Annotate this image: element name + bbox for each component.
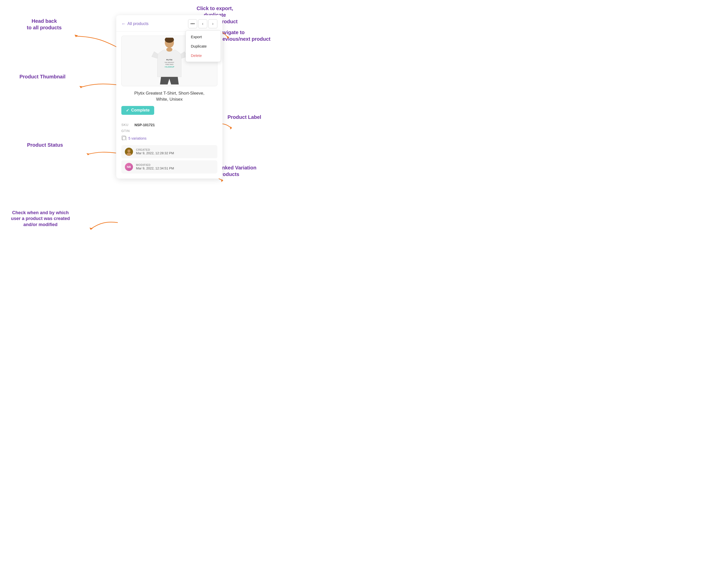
dots-icon: •••	[191, 21, 195, 26]
annotation-created-modified: Check when and by whichuser a product wa…	[8, 210, 73, 227]
chevron-right-icon: ›	[212, 21, 213, 26]
arrow-created-modified	[67, 210, 123, 235]
back-link-label: All products	[127, 21, 149, 26]
annotation-product-label: Product Label	[227, 114, 278, 120]
sku-row: SKU NSP-101721	[121, 123, 217, 127]
created-info: CREATED Mar 9, 2022, 12:28:32 PM	[136, 148, 174, 155]
sku-value: NSP-101721	[134, 123, 155, 127]
created-avatar	[125, 148, 133, 156]
back-link[interactable]: ← All products	[121, 21, 149, 27]
modified-date: Mar 9, 2022, 12:34:51 PM	[136, 166, 174, 170]
created-date: Mar 9, 2022, 12:28:32 PM	[136, 151, 174, 155]
header-actions: ••• Export Duplicate Delete ‹ ›	[188, 19, 217, 28]
back-arrow-icon: ←	[121, 21, 126, 27]
created-card: CREATED Mar 9, 2022, 12:28:32 PM	[121, 145, 217, 158]
tshirt-svg: PLYTIX THE GREATEST THING SINCE =VLOOKUP	[150, 38, 188, 84]
dropdown-menu: Export Duplicate Delete	[186, 30, 221, 62]
svg-text:=VLOOKUP: =VLOOKUP	[165, 66, 174, 68]
svg-text:THING SINCE: THING SINCE	[165, 64, 174, 65]
svg-marker-6	[221, 179, 223, 182]
created-label: CREATED	[136, 148, 174, 151]
status-badge[interactable]: ✓ Complete	[121, 106, 154, 115]
modified-info: MODIFIED Mar 9, 2022, 12:34:51 PM	[136, 163, 174, 170]
arrow-status	[65, 144, 121, 159]
status-label: Complete	[131, 108, 150, 112]
svg-text:THE GREATEST: THE GREATEST	[165, 62, 174, 63]
gtin-label: GTIN	[121, 129, 131, 133]
annotation-status: Product Status	[20, 142, 70, 148]
delete-option[interactable]: Delete	[186, 51, 221, 60]
more-options-button[interactable]: •••	[188, 19, 197, 28]
prev-product-button[interactable]: ‹	[198, 19, 207, 28]
panel-header: ← All products ••• Export Duplicate Dele…	[116, 15, 222, 32]
sku-label: SKU	[121, 123, 131, 127]
arrow-head-back	[51, 21, 121, 52]
chevron-left-icon: ‹	[202, 21, 203, 26]
variations-icon	[121, 135, 126, 142]
modified-card: NB MODIFIED Mar 9, 2022, 12:34:51 PM	[121, 160, 217, 173]
svg-point-10	[166, 48, 172, 52]
export-option[interactable]: Export	[186, 32, 221, 41]
variations-text: 5 variations	[128, 136, 147, 140]
svg-marker-4	[230, 126, 232, 129]
variations-row[interactable]: 5 variations	[121, 135, 217, 142]
check-icon: ✓	[126, 108, 129, 113]
svg-point-18	[127, 149, 130, 152]
modified-label: MODIFIED	[136, 163, 174, 166]
arrow-thumbnail	[58, 75, 121, 95]
svg-text:PLYTIX: PLYTIX	[166, 59, 172, 61]
product-info: Plytix Greatest T-Shirt, Short-Sleeve,Wh…	[116, 90, 222, 178]
gtin-row: GTIN	[121, 129, 217, 133]
product-name: Plytix Greatest T-Shirt, Short-Sleeve,Wh…	[121, 90, 217, 102]
modified-avatar: NB	[125, 163, 133, 171]
product-panel: ← All products ••• Export Duplicate Dele…	[116, 15, 222, 178]
duplicate-option[interactable]: Duplicate	[186, 41, 221, 51]
next-product-button[interactable]: ›	[208, 19, 217, 28]
